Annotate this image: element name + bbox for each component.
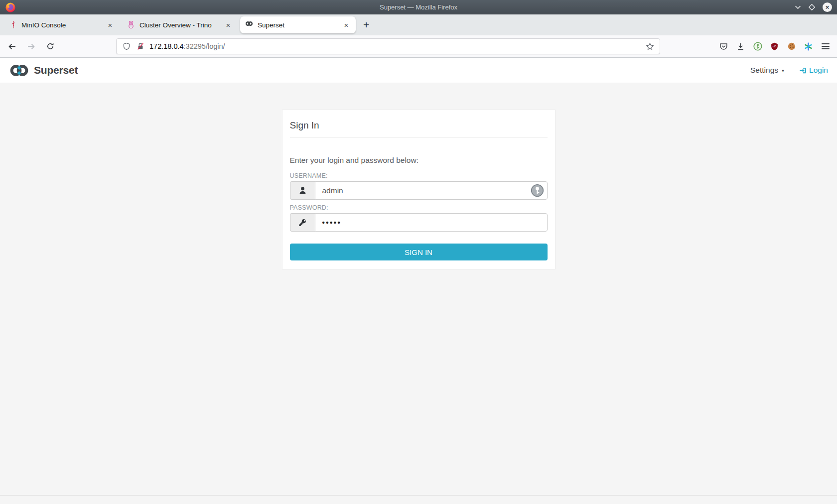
- tab-label: Cluster Overview - Trino: [140, 21, 219, 29]
- settings-label: Settings: [750, 66, 778, 75]
- tab-trino-cluster-overview[interactable]: Cluster Overview - Trino ×: [122, 16, 238, 33]
- tracking-protection-shield-icon[interactable]: [122, 42, 131, 51]
- download-icon[interactable]: [736, 42, 745, 51]
- url-host: 172.18.0.4: [149, 42, 184, 50]
- tab-minio-console[interactable]: MinIO Console ×: [4, 16, 120, 33]
- tab-close-icon[interactable]: ×: [106, 21, 115, 29]
- card-title-divider: [290, 137, 548, 137]
- insecure-connection-lock-icon[interactable]: [136, 42, 145, 51]
- trino-favicon-icon: [127, 21, 135, 29]
- url-path: :32295/login/: [184, 42, 225, 50]
- footer-divider: [0, 495, 837, 496]
- reload-button[interactable]: [43, 39, 57, 54]
- username-input-group: [290, 181, 548, 200]
- window-titlebar: Superset — Mozilla Firefox ×: [0, 0, 837, 14]
- user-icon: [290, 181, 315, 200]
- sign-in-card: Sign In Enter your login and password be…: [282, 110, 556, 269]
- brand-title: Superset: [34, 64, 78, 76]
- superset-brand[interactable]: Superset: [9, 64, 78, 77]
- svg-text:uO: uO: [773, 45, 777, 48]
- url-bar[interactable]: 172.18.0.4:32295/login/: [116, 38, 660, 54]
- ublock-origin-icon[interactable]: uO: [770, 42, 779, 51]
- sign-in-button[interactable]: SIGN IN: [290, 244, 548, 260]
- login-page: Sign In Enter your login and password be…: [0, 83, 837, 504]
- bookmark-star-icon[interactable]: [645, 42, 655, 51]
- login-label: Login: [809, 66, 828, 75]
- sign-in-icon: [799, 67, 807, 74]
- password-input[interactable]: [315, 213, 548, 232]
- tab-close-icon[interactable]: ×: [224, 21, 233, 29]
- tab-close-icon[interactable]: ×: [342, 21, 351, 29]
- caret-down-icon: ▾: [782, 68, 784, 73]
- superset-favicon-icon: [245, 21, 253, 29]
- keepassxc-icon[interactable]: [753, 42, 762, 51]
- asterisk-extension-icon[interactable]: [804, 42, 813, 51]
- cookie-extension-icon[interactable]: [787, 42, 796, 51]
- superset-navbar: Superset Settings ▾ Login: [0, 58, 837, 83]
- keepassxc-field-badge-icon[interactable]: [531, 184, 544, 197]
- settings-dropdown[interactable]: Settings ▾: [750, 66, 784, 75]
- password-input-group: [290, 213, 548, 232]
- username-input[interactable]: [315, 181, 548, 200]
- menu-icon[interactable]: [821, 42, 830, 51]
- window-title: Superset — Mozilla Firefox: [0, 3, 837, 11]
- login-instruction: Enter your login and password below:: [290, 156, 548, 165]
- minio-favicon-icon: [9, 21, 17, 29]
- tab-strip: MinIO Console × Cluster Overview - Trino…: [0, 14, 837, 35]
- username-label: USERNAME:: [290, 172, 548, 179]
- url-text[interactable]: 172.18.0.4:32295/login/: [149, 42, 641, 50]
- firefox-logo-icon: [5, 2, 16, 13]
- window-minimize-button[interactable]: [795, 5, 801, 9]
- new-tab-button[interactable]: +: [358, 19, 374, 31]
- key-icon: [290, 213, 315, 232]
- card-title: Sign In: [290, 118, 548, 137]
- password-label: PASSWORD:: [290, 204, 548, 211]
- tab-label: MinIO Console: [21, 21, 101, 29]
- tab-label: Superset: [258, 21, 337, 29]
- superset-logo-icon: [9, 64, 29, 77]
- browser-toolbar: 172.18.0.4:32295/login/ uO: [0, 35, 837, 58]
- window-close-button[interactable]: ×: [823, 2, 832, 12]
- forward-button[interactable]: [24, 39, 38, 54]
- login-link[interactable]: Login: [799, 66, 828, 75]
- window-maximize-button[interactable]: [809, 4, 815, 10]
- back-button[interactable]: [5, 39, 19, 54]
- pocket-icon[interactable]: [719, 42, 728, 51]
- tab-superset-active[interactable]: Superset ×: [240, 16, 356, 33]
